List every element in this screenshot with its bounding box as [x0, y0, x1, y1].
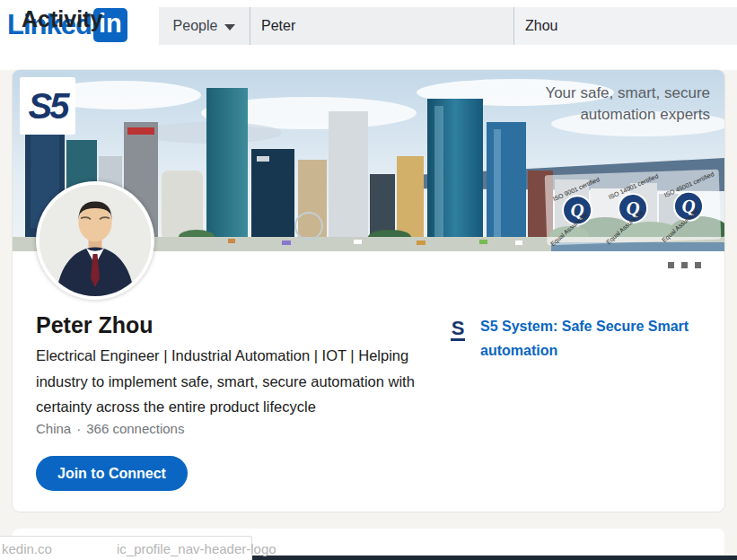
- more-icon: [681, 262, 688, 268]
- search-filter-label: People: [173, 18, 218, 34]
- s5-banner-logo: S5: [20, 77, 75, 135]
- meta-separator: ·: [76, 421, 81, 436]
- join-to-connect-button[interactable]: Join to Connect: [36, 456, 188, 491]
- more-icon: [668, 262, 674, 268]
- search-filter-dropdown[interactable]: People: [159, 7, 250, 45]
- iso-certification-strip: ISO 9001 certified Q Equal Assurance ISO…: [545, 170, 722, 246]
- connections-count[interactable]: 366 connections: [86, 421, 184, 436]
- banner-tagline: Your safe, smart, secure automation expe…: [545, 83, 710, 126]
- chevron-down-icon: [224, 24, 235, 31]
- s5-company-icon-letter: S: [452, 317, 465, 339]
- banner-tagline-line1: Your safe, smart, secure: [545, 83, 710, 104]
- status-url-fragment: ic_profile_nav-header-logo: [117, 541, 276, 556]
- profile-headline: Electrical Engineer | Industrial Automat…: [36, 343, 444, 420]
- profile-photo[interactable]: [36, 181, 154, 300]
- iso-14001-badge: ISO 14001 certified Q Equal Assurance: [604, 173, 662, 241]
- first-name-search-input[interactable]: [250, 7, 513, 45]
- profile-card: S5 Your safe, smart, secure automation e…: [13, 70, 724, 512]
- s5-logo-text: S5: [29, 86, 67, 127]
- company-link[interactable]: S5 System: Safe Secure Smart automation: [480, 314, 691, 363]
- activity-media-edge: [239, 556, 737, 560]
- more-icon: [695, 262, 701, 268]
- more-options-button[interactable]: [664, 258, 705, 272]
- iso-45001-badge: ISO 45001 certified Q Equal Assurance: [660, 171, 718, 240]
- s5-company-icon: S: [451, 319, 465, 363]
- people-search-bar: People: [159, 7, 737, 45]
- status-url-fragment: kedin.co: [2, 541, 52, 556]
- profile-name: Peter Zhou: [36, 312, 154, 338]
- profile-photo-image: [39, 185, 151, 296]
- profile-location: China: [36, 421, 71, 436]
- last-name-search-input[interactable]: [514, 7, 737, 45]
- profile-meta: China·366 connections: [36, 421, 184, 436]
- iso-9001-badge: ISO 9001 certified Q Equal Assurance: [548, 175, 607, 243]
- current-company[interactable]: S S5 System: Safe Secure Smart automatio…: [451, 314, 702, 363]
- activity-title: Activity: [22, 6, 102, 32]
- banner-tagline-line2: automation experts: [545, 104, 710, 126]
- link-preview-status-bar: kedin.co ic_profile_nav-header-logo: [0, 536, 252, 560]
- top-navigation-bar: Linked in People: [0, 0, 737, 70]
